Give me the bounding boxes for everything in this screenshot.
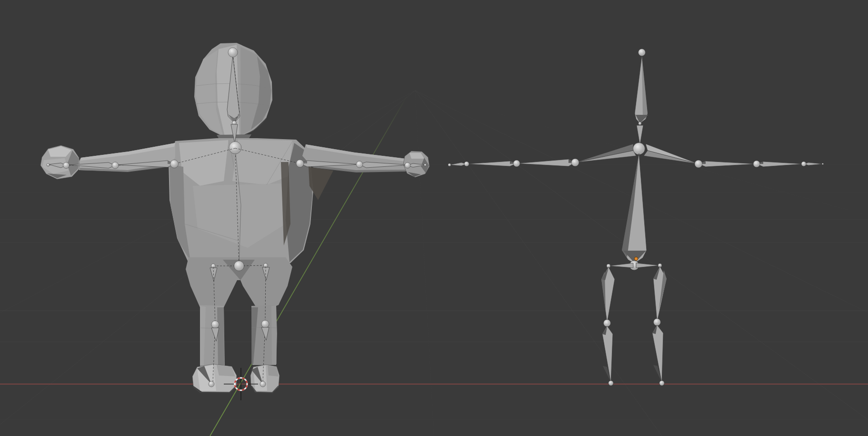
character-legs-mesh (186, 257, 292, 366)
character-left-shoe-mesh (192, 364, 237, 393)
character-object[interactable]: Low-poly humanoid character mesh with em… (40, 43, 429, 393)
joint-left-wrist (513, 160, 520, 167)
joint-left-knee (211, 321, 219, 328)
joint-left-hand-tip (47, 163, 50, 166)
armature-spine-bone[interactable] (622, 153, 647, 264)
joint-left-knee (604, 320, 611, 327)
joint-right-knee (654, 319, 661, 326)
character-left-arm-mesh (78, 143, 175, 172)
joint-right-shoulder (296, 160, 304, 167)
joint-left-tip (448, 163, 451, 166)
axis-lines (0, 93, 868, 436)
joint-chest (229, 142, 241, 154)
joint-left-elbow (112, 162, 119, 169)
joint-right-wrist (753, 161, 760, 167)
joint-left-wrist (63, 162, 70, 169)
joint-head-tip (228, 48, 238, 57)
armature-neck-bone[interactable] (637, 125, 643, 145)
3d-viewport[interactable]: 3D viewport Standalone armature skeleton (0, 0, 868, 436)
character-right-arm-mesh (302, 144, 408, 200)
joint-chest[interactable] (633, 143, 645, 155)
joint-right-hand-tip (424, 164, 427, 166)
armature-left-leg-bones[interactable] (601, 267, 615, 385)
joint-head-tip (639, 49, 646, 56)
armature-head-bone[interactable] (635, 49, 648, 125)
joint-left-foot (209, 381, 214, 387)
armature-right-leg-bones[interactable] (652, 266, 667, 385)
object-origin-dot (634, 257, 638, 260)
joint-right-foot (260, 381, 266, 387)
joint-right-elbow (356, 161, 363, 168)
joint-right-foot (659, 381, 664, 385)
joint-left-shoulder (170, 160, 179, 168)
character-left-fist-mesh (40, 145, 79, 179)
joint-left-hand (464, 162, 469, 166)
character-right-shoe-mesh (250, 365, 279, 393)
armature-object[interactable]: Standalone armature skeleton (448, 49, 824, 386)
joint-right-elbow (695, 160, 702, 168)
joint-right-knee (261, 320, 269, 328)
joint-right-tip (822, 163, 824, 165)
joint-hips (234, 261, 244, 271)
joint-right-hand (801, 162, 806, 166)
joint-neck (639, 122, 641, 125)
viewport-canvas[interactable]: 3D viewport Standalone armature skeleton (0, 0, 868, 436)
joint-left-elbow (571, 159, 579, 166)
joint-left-foot (609, 381, 613, 385)
joint-right-wrist (405, 162, 410, 168)
armature-pelvis-bones[interactable] (607, 261, 662, 270)
armature-left-arm-bones[interactable] (448, 144, 636, 167)
